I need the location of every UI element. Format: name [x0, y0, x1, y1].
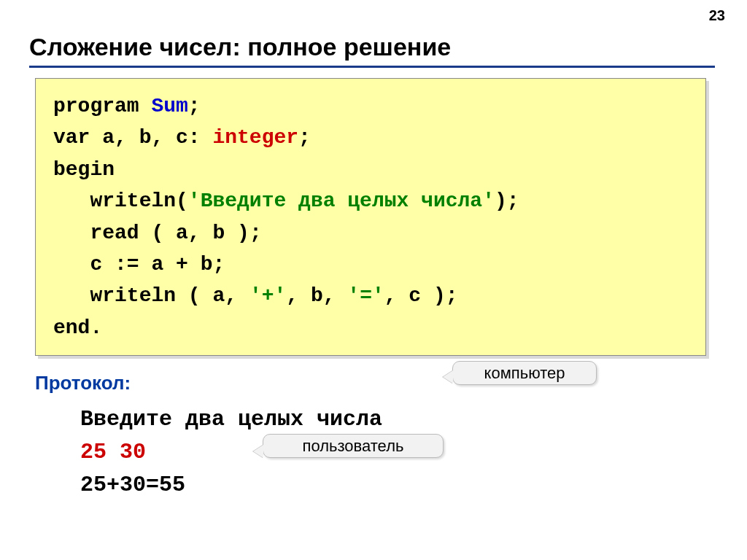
- paren-close: ): [495, 190, 507, 212]
- semicolon: ;: [446, 284, 458, 307]
- code-block: program Sum; var a, b, c: integer; begin…: [35, 78, 706, 356]
- output-result-line: 25+30=55: [80, 469, 747, 502]
- output-prompt-line: Введите два целых числа: [80, 403, 747, 436]
- arg-b: , b,: [286, 284, 347, 307]
- string-literal-prompt: 'Введите два целых числа': [188, 190, 495, 212]
- keyword-begin: begin: [53, 158, 115, 181]
- program-name: Sum: [151, 95, 187, 117]
- assignment-line: c := a + b;: [53, 253, 225, 276]
- read-args: a, b: [163, 222, 237, 244]
- paren-open: (: [188, 284, 201, 307]
- semicolon: ;: [507, 190, 519, 212]
- string-literal-plus: '+': [249, 284, 286, 307]
- keyword-program: program: [53, 95, 139, 117]
- callout-computer: компьютер: [452, 361, 597, 385]
- protocol-heading: Протокол:: [35, 372, 747, 394]
- page-number: 23: [709, 7, 725, 24]
- type-integer: integer: [212, 126, 298, 149]
- paren-close: ): [433, 284, 446, 307]
- call-read: read: [90, 222, 139, 244]
- semicolon: ;: [188, 95, 201, 117]
- keyword-var: var: [53, 126, 90, 149]
- period: .: [90, 316, 102, 339]
- keyword-end: end: [53, 316, 90, 339]
- callout-user: пользователь: [263, 434, 444, 458]
- call-writeln: writeln: [90, 190, 176, 212]
- paren-close: ): [237, 222, 249, 244]
- arg-a: a,: [201, 284, 249, 307]
- var-declaration: a, b, c:: [90, 126, 212, 149]
- semicolon: ;: [298, 126, 311, 149]
- paren-open: (: [151, 222, 163, 244]
- program-output: компьютер Введите два целых числа 25 30 …: [80, 403, 747, 502]
- string-literal-eq: '=': [347, 284, 384, 307]
- call-writeln: writeln: [90, 284, 176, 307]
- slide-title: Сложение чисел: полное решение: [29, 33, 715, 68]
- paren-open: (: [176, 190, 188, 212]
- semicolon: ;: [249, 222, 262, 244]
- arg-c: , c: [384, 284, 433, 307]
